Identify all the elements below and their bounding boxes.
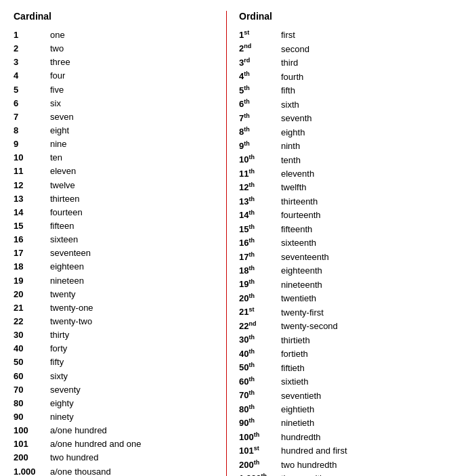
cardinal-word: ten [50,151,214,165]
ordinal-row: 22ndtwenty-second [239,320,439,333]
cardinal-word: fourteen [50,206,214,219]
ordinal-number: 10th [239,153,281,167]
cardinal-word: twenty [50,288,214,301]
ordinal-word: thirtieth [281,334,439,347]
ordinal-number: 21st [239,305,281,319]
ordinal-word: eleventh [281,167,439,181]
cardinal-number: 15 [14,219,50,233]
cardinal-row: 1one [14,28,214,42]
cardinal-row: 90ninety [14,410,214,424]
ordinal-word: sixth [281,98,439,112]
cardinal-word: two [50,42,214,56]
ordinal-number: 22nd [239,320,281,333]
ordinal-word: thousandth [281,472,439,476]
ordinal-row: 21sttwenty-first [239,305,439,319]
ordinal-list: 1stfirst2ndsecond3rdthird4thfourth5thfif… [239,28,439,476]
cardinal-row: 5five [14,83,214,97]
cardinal-number: 17 [14,246,50,260]
ordinal-number: 50th [239,361,281,374]
ordinal-number: 9th [239,139,281,153]
ordinal-number: 19th [239,278,281,291]
cardinal-number: 2 [14,42,50,56]
ordinal-row: 80theightieth [239,403,439,416]
cardinal-number: 18 [14,260,50,274]
ordinal-number: 200th [239,458,281,472]
cardinal-number: 10 [14,151,50,165]
ordinal-word: twenty-second [281,320,439,333]
ordinal-word: second [281,43,439,56]
ordinal-row: 9thninth [239,139,439,153]
ordinal-word: ninth [281,139,439,153]
ordinal-row: 200thtwo hundredth [239,458,439,472]
ordinal-word: twelfth [281,181,439,194]
ordinal-word: fifth [281,84,439,98]
cardinal-row: 80eighty [14,397,214,410]
cardinal-row: 15fifteen [14,219,214,233]
ordinal-number: 20th [239,292,281,305]
cardinal-column: Cardinal 1one2two3three4four5five6six7se… [7,11,221,476]
ordinal-row: 4thfourth [239,70,439,83]
ordinal-word: first [281,28,439,42]
cardinal-number: 101 [14,437,50,451]
ordinal-row: 2ndsecond [239,42,439,56]
cardinal-row: 3three [14,56,214,69]
ordinal-row: 12thtwelfth [239,181,439,194]
ordinal-number: 16th [239,236,281,250]
ordinal-row: 60thsixtieth [239,375,439,389]
cardinal-word: sixteen [50,233,214,246]
main-container: Cardinal 1one2two3three4four5five6six7se… [0,0,453,476]
ordinal-word: sixtieth [281,375,439,389]
ordinal-word: eighteenth [281,264,439,278]
cardinal-number: 22 [14,315,50,328]
cardinal-number: 6 [14,97,50,110]
cardinal-row: 30thirty [14,328,214,342]
ordinal-word: seventieth [281,389,439,403]
cardinal-number: 11 [14,165,50,178]
cardinal-row: 12twelve [14,179,214,192]
ordinal-row: 5thfifth [239,84,439,98]
cardinal-word: seventy [50,383,214,397]
cardinal-row: 2two [14,42,214,56]
ordinal-word: fourth [281,70,439,84]
ordinal-word: hundredth [281,431,439,444]
column-divider [226,11,227,476]
cardinal-number: 50 [14,355,50,369]
cardinal-word: twenty-two [50,315,214,328]
ordinal-number: 100th [239,431,281,444]
cardinal-row: 17seventeen [14,246,214,260]
cardinal-number: 20 [14,288,50,301]
ordinal-row: 10thtenth [239,153,439,167]
cardinal-number: 8 [14,124,50,137]
cardinal-row: 14fourteen [14,206,214,219]
ordinal-number: 7th [239,112,281,125]
ordinal-word: hundred and first [281,444,439,458]
cardinal-word: twenty-one [50,301,214,315]
ordinal-word: seventeenth [281,251,439,264]
ordinal-number: 14th [239,209,281,222]
cardinal-word: eleven [50,165,214,178]
cardinal-list: 1one2two3three4four5five6six7seven8eight… [14,28,214,476]
ordinal-row: 100thhundredth [239,431,439,444]
cardinal-number: 7 [14,110,50,124]
cardinal-number: 4 [14,69,50,83]
cardinal-row: 19nineteen [14,274,214,288]
ordinal-word: fortieth [281,347,439,361]
ordinal-word: eightieth [281,403,439,416]
cardinal-row: 18eighteen [14,260,214,274]
ordinal-number: 101st [239,444,281,458]
ordinal-title: Ordinal [239,11,439,22]
cardinal-row: 9nine [14,137,214,151]
ordinal-row: 14thfourteenth [239,209,439,222]
cardinal-row: 100a/one hundred [14,424,214,437]
cardinal-number: 60 [14,370,50,383]
cardinal-word: two hundred [50,451,214,464]
ordinal-word: sixteenth [281,236,439,250]
cardinal-word: nine [50,137,214,151]
cardinal-word: fifteen [50,219,214,233]
cardinal-word: seven [50,110,214,124]
ordinal-word: eighth [281,126,439,139]
cardinal-row: 11eleven [14,165,214,178]
cardinal-row: 60sixty [14,370,214,383]
cardinal-number: 14 [14,206,50,219]
cardinal-row: 8eight [14,124,214,137]
